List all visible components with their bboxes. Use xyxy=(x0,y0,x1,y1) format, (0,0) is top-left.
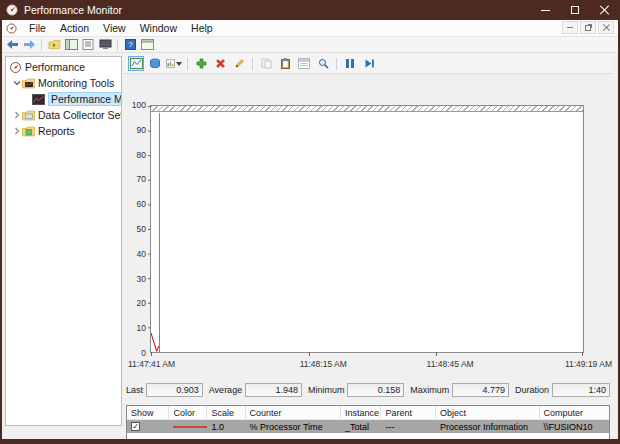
highlight-button[interactable] xyxy=(231,56,247,71)
tree-item-monitoring-tools[interactable]: Monitoring Tools xyxy=(6,75,121,91)
view-current-activity-button[interactable] xyxy=(128,56,144,71)
help-icon: ? xyxy=(125,39,136,50)
export-list-icon xyxy=(82,39,94,50)
zoom-button[interactable] xyxy=(315,56,331,71)
add-counter-button[interactable] xyxy=(193,56,209,71)
column-header-computer[interactable]: Computer xyxy=(540,406,609,419)
pause-icon xyxy=(345,58,355,69)
column-header-instance[interactable]: Instance xyxy=(341,406,381,419)
toolbar-separator xyxy=(117,39,118,51)
column-header-counter[interactable]: Counter xyxy=(246,406,341,419)
performance-monitor-icon xyxy=(32,94,45,105)
help-button[interactable]: ? xyxy=(123,38,137,51)
window-title: Performance Monitor xyxy=(24,4,122,16)
monitoring-tools-folder-icon xyxy=(22,78,35,89)
child-minimize-button[interactable] xyxy=(562,21,578,34)
properties-icon xyxy=(298,58,310,69)
up-folder-button[interactable] xyxy=(47,38,61,51)
minimum-value: 0.158 xyxy=(347,383,404,397)
console-tree-icon xyxy=(65,39,78,50)
menu-action[interactable]: Action xyxy=(53,20,96,36)
dropdown-caret-icon xyxy=(176,62,182,66)
magnifier-icon xyxy=(318,58,329,69)
chevron-right-icon[interactable] xyxy=(12,111,22,119)
line-chart-plot[interactable] xyxy=(150,105,584,353)
maximize-button[interactable] xyxy=(560,0,590,20)
cell-scale: 1.0 xyxy=(207,422,245,432)
y-tick-label: 70 xyxy=(137,174,146,184)
cell-counter: % Processor Time xyxy=(246,422,341,432)
data-collector-sets-icon xyxy=(22,110,35,121)
menu-view[interactable]: View xyxy=(96,20,133,36)
column-header-parent[interactable]: Parent xyxy=(381,406,435,419)
delete-icon xyxy=(215,58,226,69)
forward-button[interactable] xyxy=(22,38,36,51)
x-axis-tick xyxy=(436,352,437,356)
show-console-tree-button[interactable] xyxy=(64,38,78,51)
menu-help[interactable]: Help xyxy=(184,20,220,36)
tree-label: Data Collector Sets xyxy=(38,109,122,121)
y-tick-label: 10 xyxy=(137,323,146,333)
time-bar-track xyxy=(151,106,583,112)
pencil-icon xyxy=(234,58,245,69)
title-bar: Performance Monitor xyxy=(0,0,620,20)
chevron-down-icon[interactable] xyxy=(12,79,22,87)
tree-item-data-collector-sets[interactable]: Data Collector Sets xyxy=(6,107,121,123)
export-list-button[interactable] xyxy=(81,38,95,51)
close-button[interactable] xyxy=(590,0,620,20)
tree-item-reports[interactable]: Reports xyxy=(6,123,121,139)
column-header-object[interactable]: Object xyxy=(436,406,540,419)
counter-table-header: Show Color Scale Counter Instance Parent… xyxy=(127,406,609,420)
view-log-data-icon xyxy=(149,58,161,69)
cell-instance: _Total xyxy=(341,422,381,432)
menu-file[interactable]: File xyxy=(22,20,53,36)
chevron-right-icon[interactable] xyxy=(12,127,22,135)
x-axis-tick xyxy=(582,352,583,356)
minimize-button[interactable] xyxy=(530,0,560,20)
duration-label: Duration xyxy=(515,385,549,395)
menu-window[interactable]: Window xyxy=(133,20,184,36)
console-properties-button[interactable] xyxy=(98,38,112,51)
processor-time-series-line xyxy=(151,113,583,352)
freeze-display-button[interactable] xyxy=(342,56,358,71)
tree-item-performance-monitor[interactable]: Performance Monitor xyxy=(6,91,121,107)
paste-counter-list-button[interactable] xyxy=(277,56,293,71)
counter-row[interactable]: ✓ 1.0 % Processor Time _Total --- Proces… xyxy=(127,420,609,433)
last-label: Last xyxy=(126,385,143,395)
column-header-scale[interactable]: Scale xyxy=(207,406,245,419)
menu-bar: File Action View Window Help xyxy=(2,20,618,37)
tree-item-performance[interactable]: Performance xyxy=(6,59,121,75)
y-tick-label: 100 xyxy=(132,100,146,110)
value-bar: Last 0.903 Average 1.948 Minimum 0.158 M… xyxy=(126,381,610,398)
x-tick-label: 11:48:15 AM xyxy=(300,359,347,369)
average-label: Average xyxy=(209,385,242,395)
console-tree: Performance Monitoring Tools Performance… xyxy=(5,56,122,426)
child-restore-button[interactable] xyxy=(580,21,596,34)
counter-table: Show Color Scale Counter Instance Parent… xyxy=(126,405,610,444)
forward-arrow-icon xyxy=(23,39,36,50)
y-tick-label: 90 xyxy=(137,125,146,135)
back-button[interactable] xyxy=(5,38,19,51)
chart-area: 100 90 80 70 60 50 40 30 20 10 0 xyxy=(124,75,612,426)
child-close-button[interactable] xyxy=(598,21,614,34)
change-graph-type-button[interactable] xyxy=(166,56,182,71)
show-checkbox[interactable]: ✓ xyxy=(131,422,140,431)
update-data-button[interactable] xyxy=(361,56,377,71)
console-properties-icon xyxy=(99,39,112,50)
tree-label: Reports xyxy=(38,125,75,137)
step-forward-icon xyxy=(364,58,375,69)
cell-computer: \\FUSION10 xyxy=(540,422,609,432)
delete-counter-button[interactable] xyxy=(212,56,228,71)
y-axis-labels: 100 90 80 70 60 50 40 30 20 10 0 xyxy=(124,105,148,353)
tree-label: Performance xyxy=(25,61,85,73)
app-icon xyxy=(6,4,18,16)
properties-button[interactable] xyxy=(296,56,312,71)
view-log-data-button[interactable] xyxy=(147,56,163,71)
column-header-show[interactable]: Show xyxy=(127,406,169,419)
new-window-button[interactable] xyxy=(140,38,154,51)
tree-label: Monitoring Tools xyxy=(38,77,114,89)
copy-properties-button[interactable] xyxy=(258,56,274,71)
column-header-color[interactable]: Color xyxy=(169,406,207,419)
x-tick-label: 11:49:19 AM xyxy=(565,359,612,369)
child-close-icon xyxy=(603,24,610,31)
